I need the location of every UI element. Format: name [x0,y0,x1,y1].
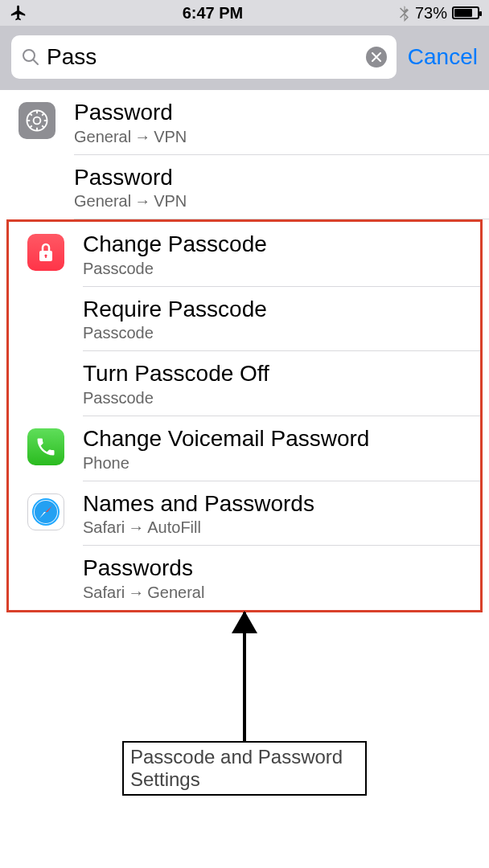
search-result-row[interactable]: Change Voicemail Password Phone [9,416,480,481]
result-title: Require Passcode [83,296,467,323]
search-input[interactable] [47,44,366,70]
cancel-button[interactable]: Cancel [408,44,478,70]
airplane-mode-icon [10,4,27,22]
search-result-row[interactable]: Password General→VPN [0,90,489,155]
result-title: Change Passcode [83,231,467,258]
clear-search-button[interactable] [366,47,387,68]
svg-rect-14 [45,256,47,258]
result-title: Password [74,164,476,191]
result-path: Safari→General [83,583,467,602]
result-path: Passcode [83,260,467,278]
compass-icon [27,493,64,530]
search-result-row[interactable]: Change Passcode Passcode [9,222,480,287]
svg-point-3 [34,117,41,125]
search-icon [21,47,40,67]
result-title: Passwords [83,555,467,582]
annotation: Passcode and Password Settings [0,612,489,821]
svg-line-11 [42,113,44,116]
search-header: Cancel [0,26,489,90]
status-time: 6:47 PM [183,4,244,23]
svg-line-9 [42,125,44,128]
svg-line-10 [30,125,32,128]
battery-percent: 73% [415,4,447,23]
search-result-row[interactable]: Password General→VPN [0,155,489,220]
lock-icon [27,234,64,271]
result-path: General→VPN [74,128,476,146]
status-bar: 6:47 PM 73% [0,0,489,26]
arrow-line [243,612,246,741]
result-path: Passcode [83,389,467,407]
search-field[interactable] [11,35,397,79]
svg-line-8 [30,113,32,116]
svg-line-1 [33,59,38,64]
result-title: Turn Passcode Off [83,360,467,387]
battery-icon [452,6,479,19]
search-result-row[interactable]: Require Passcode Passcode [9,287,480,352]
search-result-row[interactable]: Names and Passwords Safari→AutoFill [9,481,480,547]
result-title: Change Voicemail Password [83,425,467,452]
search-result-row[interactable]: Passwords Safari→General [9,546,480,610]
phone-icon [27,428,64,465]
result-path: Safari→AutoFill [83,518,467,537]
result-title: Password [74,99,476,126]
bluetooth-icon [398,4,410,22]
result-title: Names and Passwords [83,490,467,518]
annotation-caption: Passcode and Password Settings [122,741,367,796]
result-path: Phone [83,454,467,473]
gear-icon [18,102,55,139]
highlight-box: Change Passcode Passcode Require Passcod… [6,219,483,612]
search-results: Password General→VPN Password General→VP… [0,90,489,612]
result-path: Passcode [83,324,467,342]
search-result-row[interactable]: Turn Passcode Off Passcode [9,351,480,416]
result-path: General→VPN [74,192,476,211]
